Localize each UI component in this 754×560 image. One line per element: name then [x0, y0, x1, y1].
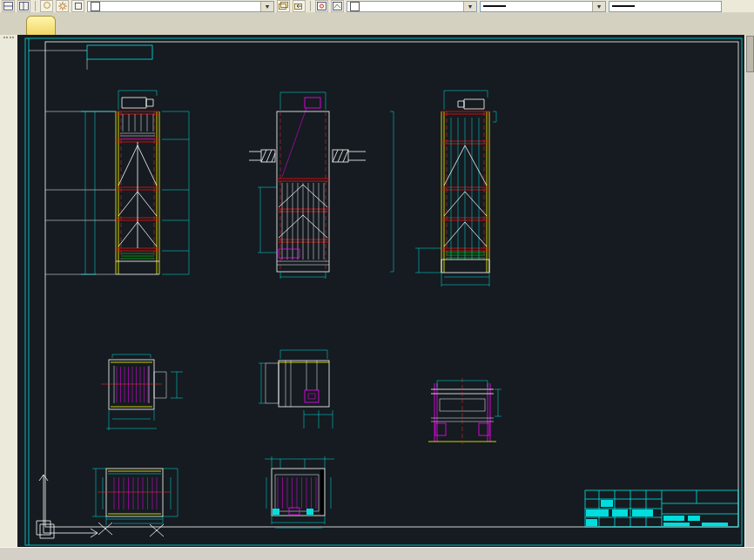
view-section-aa [265, 456, 334, 528]
linetype-sample [483, 5, 506, 7]
linetype-combo-dropdown-icon[interactable]: ▼ [592, 2, 605, 11]
crosshair-marks[interactable] [98, 523, 164, 536]
view-section-cc [101, 354, 183, 430]
view-section-dd [92, 469, 178, 525]
linetype-control-combo[interactable]: ▼ [480, 1, 606, 12]
drawing-canvas[interactable] [17, 35, 744, 547]
lineweight-sample [612, 5, 635, 7]
view-middle-elevation [249, 92, 394, 279]
color-combo-dropdown-icon[interactable]: ▼ [463, 2, 476, 11]
view-e-direction [428, 378, 502, 444]
layer-select-combo[interactable]: ▼ [87, 1, 274, 12]
draw-toolbar [0, 35, 18, 547]
view-side-elevation [415, 91, 496, 287]
command-area-edge [0, 547, 754, 560]
layer-combo-dropdown-icon[interactable]: ▼ [260, 2, 273, 11]
cad-drawing [17, 35, 744, 547]
layer-on-bulb-icon[interactable] [40, 0, 53, 12]
layer-previous-icon[interactable] [293, 0, 306, 12]
color-control-combo[interactable]: ▼ [347, 1, 477, 12]
layer-states-icon[interactable] [277, 0, 290, 12]
layer-color-swatch [91, 2, 100, 11]
vertical-scrollbar[interactable] [744, 35, 754, 547]
toolbar-separator [35, 1, 36, 11]
tab-drawing-document[interactable] [26, 16, 56, 35]
view-front-elevation [45, 91, 189, 274]
color-swatch [350, 2, 360, 11]
ucs-icon [37, 475, 98, 538]
view-plan [259, 350, 333, 428]
layer-properties-icon[interactable] [2, 0, 15, 12]
layer-freeze-sun-icon[interactable] [56, 0, 69, 12]
lineweight-control-combo[interactable] [609, 1, 722, 12]
scrollbar-thumb[interactable] [746, 36, 754, 72]
cad-application-window: ▼ ▼ ▼ [0, 0, 754, 560]
properties-toolbar: ▼ ▼ ▼ [0, 0, 754, 13]
layer-manager-icon[interactable] [17, 0, 30, 12]
toolbar-separator [310, 1, 311, 11]
title-block [585, 490, 738, 527]
toolbar-drag-handle[interactable] [3, 37, 14, 44]
document-tab-bar [0, 13, 754, 36]
layer-walk-icon[interactable] [331, 0, 344, 12]
make-object-layer-icon[interactable] [315, 0, 328, 12]
layer-lock-icon[interactable] [71, 0, 84, 12]
